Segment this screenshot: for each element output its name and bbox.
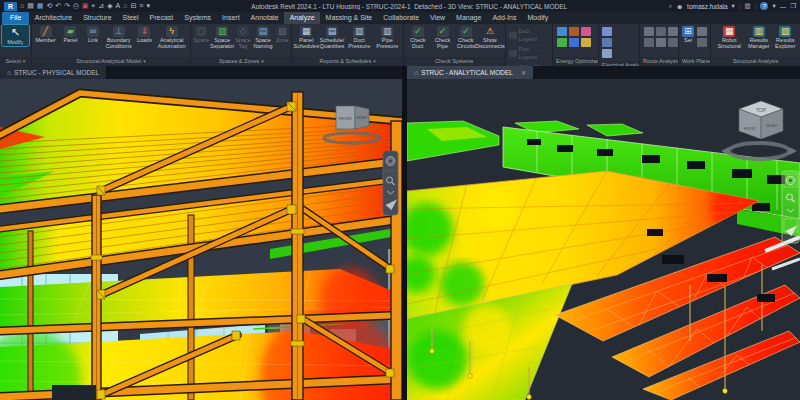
pipe-legend-button[interactable]: Pipe Legend: [509, 45, 549, 61]
tab-analyze[interactable]: Analyze: [284, 12, 320, 24]
color-fill-legend-button[interactable]: Color Fill Legend: [509, 63, 549, 66]
space-separator-button[interactable]: ▥Space Separator: [210, 25, 234, 50]
duct-pressure-loss-report-button[interactable]: ▥Duct Pressure Loss Report: [346, 25, 373, 50]
electrical-settings-icon[interactable]: [602, 27, 612, 36]
panel-label-reports-schedules[interactable]: Reports & Schedules▾: [292, 57, 402, 66]
energy-settings-icon[interactable]: [557, 27, 567, 36]
zone-button[interactable]: ▧Zone: [275, 25, 289, 44]
tab-modify[interactable]: Modify: [522, 12, 554, 24]
svg-text:W: W: [719, 152, 724, 158]
results-explorer-button[interactable]: ▥Results Explorer: [773, 25, 798, 50]
tab-add-ins[interactable]: Add-Ins: [487, 12, 522, 24]
navigation-bar[interactable]: [782, 171, 799, 243]
results-manager-button[interactable]: ▥Results Manager: [746, 25, 771, 50]
panel-label-select[interactable]: Select▾: [0, 57, 31, 66]
generate-icon[interactable]: [581, 27, 591, 36]
help-icon[interactable]: ?: [760, 2, 768, 10]
svg-text:FRONT: FRONT: [744, 127, 757, 131]
close-hidden-windows-icon[interactable]: ▣: [82, 0, 89, 12]
reveal-obstacles-icon[interactable]: [644, 38, 654, 47]
user-dropdown-icon[interactable]: ▾: [732, 2, 735, 10]
show-work-plane-icon[interactable]: [697, 27, 707, 36]
route-settings-icon[interactable]: [668, 27, 678, 36]
robot-structural-analysis-button[interactable]: ▦Robot Structural Analysis: [713, 25, 745, 50]
member-button[interactable]: ╱Member: [34, 25, 58, 44]
navigation-bar[interactable]: [383, 151, 398, 215]
loads-button[interactable]: ⇓Loads: [135, 25, 154, 44]
home-icon[interactable]: ⌂: [20, 0, 24, 12]
3d-view-icon[interactable]: ⌂: [123, 0, 127, 12]
schedule-quantities-button[interactable]: ▤Schedule/ Quantities: [319, 25, 344, 50]
tab-insert[interactable]: Insert: [217, 12, 246, 24]
user-avatar-icon[interactable]: ☻: [676, 3, 683, 10]
tab-massing-site[interactable]: Massing & Site: [320, 12, 378, 24]
aligned-dimension-icon[interactable]: ⊿: [98, 0, 104, 12]
power-analytical-icon[interactable]: [602, 38, 612, 47]
boundary-conditions-button[interactable]: ⊥Boundary Conditions: [104, 25, 134, 50]
thin-lines-icon[interactable]: ≡: [139, 0, 143, 12]
minimize-button[interactable]: —: [780, 3, 787, 10]
revit-logo-icon[interactable]: R: [4, 2, 17, 11]
analytical-model-canvas[interactable]: TOP FRONT RIGHT W S: [407, 79, 800, 400]
view-tab-analytical-model[interactable]: ⌂ STRUC - ANALYTICAL MODEL ✕: [407, 66, 534, 79]
space-naming-button[interactable]: ▤Space Naming: [252, 25, 274, 50]
qat-more-icon[interactable]: ▾: [146, 0, 150, 12]
set-work-plane-button[interactable]: ⊞Set: [681, 25, 695, 44]
spatial-grid-icon[interactable]: [656, 27, 666, 36]
pipe-pressure-loss-report-button[interactable]: ▥Pipe Pressure Loss Report: [374, 25, 401, 50]
panel-label-spaces-zones[interactable]: Spaces & Zones▾: [191, 57, 291, 66]
panel-label-structural-analytical-model[interactable]: Structural Analytical Model▾: [32, 57, 191, 66]
physical-model-canvas[interactable]: FRONT RIGHT: [0, 79, 402, 400]
tab-precast[interactable]: Precast: [144, 12, 179, 24]
signed-in-user[interactable]: tomasz.fudala: [687, 3, 727, 10]
equipment-load-icon[interactable]: [602, 49, 612, 58]
undo-icon[interactable]: ↶: [55, 0, 61, 12]
search-icon[interactable]: ⌕: [669, 2, 673, 10]
modify-button[interactable]: ↖ Modify: [2, 25, 29, 46]
open-icon[interactable]: ▤: [27, 0, 34, 12]
help-dropdown-icon[interactable]: ▾: [772, 2, 775, 10]
tag-icon[interactable]: ◈: [107, 0, 112, 12]
save-icon[interactable]: ▦: [37, 0, 44, 12]
close-view-icon[interactable]: ✕: [521, 69, 526, 76]
delete-routes-icon[interactable]: [668, 38, 678, 47]
measure-icon[interactable]: ⌖: [91, 0, 95, 12]
check-pipe-systems-button[interactable]: ✓Check Pipe Systems: [431, 25, 455, 50]
print-icon[interactable]: ⎙: [73, 0, 79, 12]
tab-collaborate[interactable]: Collaborate: [378, 12, 425, 24]
optimize-icon[interactable]: [557, 38, 567, 47]
sync-icon[interactable]: ⟲: [46, 0, 52, 12]
space-button[interactable]: ▢Space: [193, 25, 209, 44]
panel-schedules-button[interactable]: ▦Panel Schedules: [294, 25, 318, 50]
systems-analysis-icon[interactable]: [569, 38, 579, 47]
path-of-travel-icon[interactable]: [644, 27, 654, 36]
tab-file[interactable]: File: [2, 12, 29, 24]
create-energy-model-icon[interactable]: [569, 27, 579, 36]
tab-architecture[interactable]: Architecture: [29, 12, 77, 24]
tab-structure[interactable]: Structure: [78, 12, 117, 24]
tab-systems[interactable]: Systems: [179, 12, 217, 24]
link-button[interactable]: ∞Link: [83, 25, 102, 44]
section-icon[interactable]: ⊟: [130, 0, 136, 12]
update-routes-icon[interactable]: [656, 38, 666, 47]
tab-manage[interactable]: Manage: [451, 12, 487, 24]
app-store-icon[interactable]: ▥: [745, 2, 751, 10]
restore-button[interactable]: ❐: [790, 2, 796, 10]
show-disconnects-button[interactable]: ⚠Show Disconnects: [477, 25, 502, 50]
duct-legend-button[interactable]: Duct Legend: [509, 27, 549, 43]
text-icon[interactable]: A: [116, 0, 121, 12]
panel-electrical-analysis: Electrical Analysis: [599, 24, 640, 66]
analytical-automation-button[interactable]: ϟAnalytical Automation: [155, 25, 188, 50]
space-tag-button[interactable]: ◇Space Tag: [235, 25, 251, 50]
tab-view[interactable]: View: [425, 12, 451, 24]
check-duct-systems-button[interactable]: ✓Check Duct Systems: [406, 25, 430, 50]
tab-annotate[interactable]: Annotate: [245, 12, 284, 24]
check-circuits-button[interactable]: ✓Check Circuits: [456, 25, 477, 50]
results-compare-icon[interactable]: [581, 38, 591, 47]
view-tab-physical-model[interactable]: ⌂ STRUC - PHYSICAL MODEL: [0, 66, 107, 79]
redo-icon[interactable]: ↷: [64, 0, 70, 12]
tab-steel[interactable]: Steel: [117, 12, 144, 24]
panel-button[interactable]: ▰Panel: [59, 25, 83, 44]
panel-label-route-analysis[interactable]: Route Analysis▾: [640, 57, 678, 66]
ref-plane-icon[interactable]: [697, 38, 707, 47]
